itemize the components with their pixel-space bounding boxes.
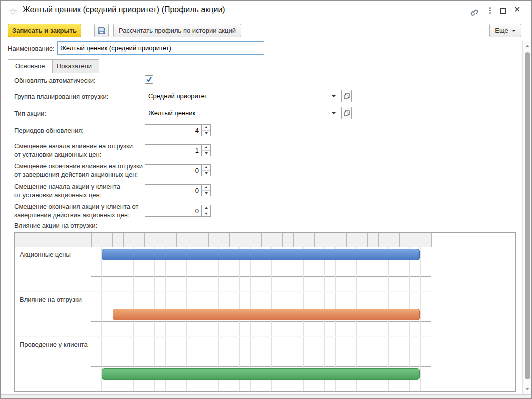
spin-down-icon: [205, 172, 208, 174]
auto-update-label: Обновлять автоматически:: [14, 77, 96, 84]
save-and-close-label: Записать и закрыть: [12, 27, 77, 34]
planning-group-label: Группа планирования отгрузки:: [14, 93, 108, 100]
promo-type-select[interactable]: Желтый ценник: [145, 107, 339, 119]
open-form-icon: [344, 93, 350, 99]
planning-group-select[interactable]: Средний приоритет: [145, 90, 339, 102]
client-end-offset-spinner[interactable]: [201, 205, 210, 216]
spin-down-button[interactable]: [202, 151, 210, 156]
scroll-down-icon[interactable]: [525, 388, 529, 390]
tab-main[interactable]: Основное: [8, 59, 53, 73]
calculate-profile-button[interactable]: Рассчитать профиль по истории акций: [113, 24, 241, 37]
planning-group-open-button[interactable]: [341, 90, 352, 102]
floppy-disk-icon: [98, 27, 106, 35]
more-button[interactable]: Еще: [489, 24, 521, 37]
spin-up-icon: [205, 207, 208, 209]
gantt-row-empty: [15, 352, 431, 366]
gantt-chart: Акционные цены Влияние на отгрузки Прове…: [14, 232, 516, 392]
ship-end-offset-value: 0: [145, 165, 201, 176]
promo-type-label: Тип акции:: [14, 110, 46, 117]
gantt-row-empty: [15, 321, 431, 336]
scrollbar-thumb[interactable]: [525, 52, 530, 379]
spin-up-button[interactable]: [202, 145, 210, 151]
ship-start-offset-label: Смещение начала влияния на отгрузки от у…: [14, 142, 133, 159]
spin-down-button[interactable]: [202, 211, 210, 217]
spin-up-button[interactable]: [202, 205, 210, 211]
ship-start-offset-value: 1: [145, 145, 201, 156]
spin-up-icon: [205, 186, 208, 188]
gantt-row-label: Влияние на отгрузки: [20, 292, 82, 307]
gantt-bar-ship-impact: [113, 309, 420, 320]
client-end-offset-value: 0: [145, 205, 201, 216]
window-bottom-edge: [1, 394, 532, 399]
calculate-profile-label: Рассчитать профиль по истории акций: [119, 27, 236, 34]
dropdown-arrow-icon: [332, 95, 336, 97]
client-end-offset-input[interactable]: 0: [145, 205, 211, 217]
auto-update-checkbox[interactable]: [145, 75, 153, 84]
ship-end-offset-spinner[interactable]: [201, 165, 210, 176]
gantt-bar-client-run: [102, 368, 420, 380]
gantt-bar-promo-prices: [102, 249, 420, 260]
client-end-offset-label: Смещение окончания акции у клиента от за…: [14, 202, 138, 219]
planning-group-dropdown-button[interactable]: [328, 90, 339, 102]
spin-up-icon: [205, 166, 208, 168]
close-icon[interactable]: ✕: [514, 5, 520, 14]
gantt-row-empty: [15, 381, 431, 391]
client-start-offset-spinner[interactable]: [201, 185, 210, 196]
tab-main-label: Основное: [15, 62, 45, 70]
more-button-label: Еще: [495, 27, 508, 34]
client-start-offset-value: 0: [145, 185, 201, 196]
save-and-close-button[interactable]: Записать и закрыть: [8, 24, 81, 37]
update-periods-label: Периодов обновления:: [14, 127, 84, 134]
window-title: Желтый ценник (средний приоритет) (Профи…: [23, 5, 225, 14]
gantt-row-empty: [15, 262, 431, 276]
save-button[interactable]: [94, 24, 109, 37]
vertical-scrollbar[interactable]: [522, 41, 532, 394]
text-caret: [172, 44, 172, 52]
promo-type-value: Желтый ценник: [145, 107, 328, 119]
promo-type-dropdown-button[interactable]: [328, 107, 339, 119]
spin-up-icon: [205, 126, 208, 128]
update-periods-value: 4: [145, 125, 201, 136]
favorite-star-icon[interactable]: ☆: [9, 6, 17, 17]
gantt-row-label: Акционные цены: [20, 247, 71, 262]
ship-start-offset-spinner[interactable]: [201, 145, 210, 156]
spin-up-button[interactable]: [202, 125, 210, 131]
spin-down-button[interactable]: [202, 191, 210, 196]
gantt-header-columns: [91, 233, 432, 247]
promo-profile-window: ☆ Желтый ценник (средний приоритет) (Про…: [0, 0, 532, 399]
gantt-caption: Влияние акции на отгрузки:: [14, 222, 97, 229]
promo-type-open-button[interactable]: [341, 107, 352, 119]
spin-up-button[interactable]: [202, 165, 210, 171]
spin-down-icon: [205, 132, 208, 134]
link-icon[interactable]: [469, 8, 479, 17]
gantt-row-ship-impact: Влияние на отгрузки: [15, 292, 431, 307]
tab-divider: [8, 73, 521, 73]
scroll-up-icon[interactable]: [525, 45, 529, 47]
gantt-header-row: [15, 233, 431, 247]
spin-up-button[interactable]: [202, 185, 210, 191]
update-periods-spinner[interactable]: [201, 125, 210, 136]
ship-end-offset-label: Смещение окончания влияния на отгрузки о…: [14, 162, 143, 179]
ship-start-offset-input[interactable]: 1: [145, 144, 211, 156]
client-start-offset-label: Смещение начала акции у клиента от устан…: [14, 182, 120, 199]
name-input[interactable]: Желтый ценник (средний приоритет): [57, 41, 264, 55]
more-menu-icon[interactable]: [488, 7, 492, 14]
spin-down-button[interactable]: [202, 131, 210, 136]
spin-down-icon: [205, 213, 208, 215]
tab-indicators[interactable]: Показатели: [49, 59, 99, 73]
spin-down-icon: [205, 192, 208, 194]
name-label: Наименование:: [8, 45, 55, 52]
chevron-down-icon: [512, 30, 516, 32]
update-periods-input[interactable]: 4: [145, 124, 211, 136]
maximize-icon[interactable]: [500, 8, 506, 14]
ship-end-offset-input[interactable]: 0: [145, 164, 211, 176]
client-start-offset-input[interactable]: 0: [145, 184, 211, 196]
gantt-row-empty: [15, 276, 431, 291]
gantt-row-label: Проведение у клиента: [20, 337, 88, 352]
name-input-value: Желтый ценник (средний приоритет): [60, 44, 171, 52]
gantt-row-client-run: Проведение у клиента: [15, 337, 431, 352]
spin-down-icon: [205, 152, 208, 154]
tab-indicators-label: Показатели: [57, 62, 92, 70]
spin-down-button[interactable]: [202, 171, 210, 176]
planning-group-value: Средний приоритет: [145, 90, 328, 102]
